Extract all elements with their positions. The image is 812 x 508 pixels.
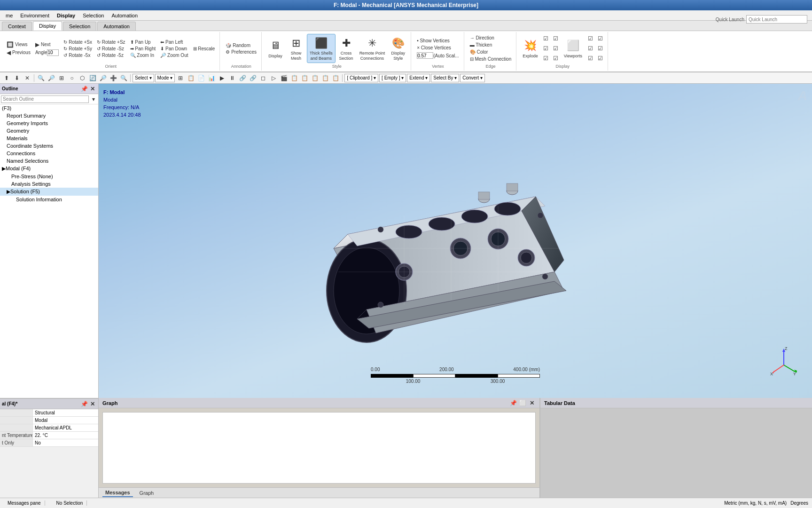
- tab-context[interactable]: Context: [2, 22, 32, 31]
- outline-pin[interactable]: 📌: [80, 85, 88, 93]
- tree-named-selections[interactable]: Named Selections: [0, 157, 98, 165]
- graph-pin[interactable]: 📌: [509, 399, 517, 407]
- clipboard-dropdown[interactable]: [ Clipboard ] ▾: [344, 74, 378, 82]
- menu-item-automation[interactable]: Automation: [108, 12, 141, 19]
- tb-fit[interactable]: ⊞: [57, 73, 66, 83]
- tb-icon5[interactable]: ▶: [217, 73, 226, 83]
- menu-item-me[interactable]: me: [2, 12, 16, 19]
- views-button[interactable]: 🔲Views: [5, 41, 32, 48]
- convert-dropdown[interactable]: Convert ▾: [460, 74, 485, 82]
- pan-left-button[interactable]: ⬅ Pan Left: [158, 39, 190, 45]
- tb-icon6[interactable]: ⏸: [227, 73, 237, 83]
- menu-item-environment[interactable]: Environment: [16, 12, 53, 19]
- select-by-dropdown[interactable]: Select By ▾: [431, 74, 459, 82]
- tree-report-summary[interactable]: Report Summary: [0, 112, 98, 119]
- vp-checkbox5[interactable]: ☑: [586, 54, 595, 63]
- display-button[interactable]: 🖥 Display: [265, 37, 285, 60]
- tree-solution-info[interactable]: Solution Information: [0, 196, 98, 203]
- zoom-in-button[interactable]: 🔍 Zoom In: [128, 52, 158, 58]
- tb-icon13[interactable]: 📋: [300, 73, 309, 83]
- rotate-minus-5z[interactable]: ↺ Rotate -5z: [95, 52, 127, 58]
- quick-launch-input[interactable]: [746, 15, 807, 24]
- props-close[interactable]: ✕: [89, 400, 96, 408]
- mesh-connection-button[interactable]: ⊟ Mesh Connection: [468, 56, 514, 62]
- tb-icon15[interactable]: 📋: [320, 73, 330, 83]
- viewport[interactable]: F: Modal Modal Frequency: N/A 2023.4.14 …: [99, 84, 812, 398]
- checkbox5[interactable]: ☑: [541, 54, 551, 63]
- tb-circle[interactable]: ○: [67, 73, 77, 83]
- checkbox3[interactable]: ☑: [541, 44, 551, 53]
- rotate-plus-sy[interactable]: ↻ Rotate +Sy: [62, 46, 94, 52]
- tb-icon7[interactable]: 🔗: [238, 73, 247, 83]
- menu-item-display[interactable]: Display: [53, 12, 79, 19]
- tab-automation[interactable]: Automation: [97, 22, 136, 31]
- tb-icon11[interactable]: 🎬: [279, 73, 289, 83]
- tb-icon3[interactable]: 📄: [196, 73, 206, 83]
- rotate-minus-5x[interactable]: ↺ Rotate -5x: [62, 52, 94, 58]
- tb-icon9[interactable]: ◻: [258, 73, 268, 83]
- mode-dropdown[interactable]: Mode ▾: [155, 74, 175, 82]
- rotate-minus-sz[interactable]: ↺ Rotate -Sz: [95, 46, 127, 52]
- angle-field[interactable]: Angle: [33, 49, 61, 56]
- vp-checkbox1[interactable]: ☑: [586, 34, 595, 43]
- tree-modal-f4[interactable]: ▶Modal (F4): [0, 165, 98, 173]
- tb-hex[interactable]: ⬡: [78, 73, 87, 83]
- direction-button[interactable]: → Direction: [468, 35, 496, 41]
- vp-checkbox6[interactable]: ☑: [595, 54, 605, 63]
- vp-checkbox3[interactable]: ☑: [586, 44, 595, 53]
- tb-icon4[interactable]: 📊: [207, 73, 216, 83]
- previous-button[interactable]: ◀Previous: [5, 49, 32, 56]
- tree-solution-f5[interactable]: ▶Solution (F5): [0, 188, 98, 196]
- tree-analysis-settings[interactable]: Analysis Settings: [0, 180, 98, 188]
- tb-zoom2[interactable]: 🔎: [98, 73, 108, 83]
- checkbox1[interactable]: ☑: [541, 34, 551, 43]
- tb-search[interactable]: 🔍: [36, 73, 46, 83]
- rotate-plus-sx[interactable]: ↻ Rotate +Sx: [62, 39, 94, 45]
- menu-item-selection[interactable]: Selection: [79, 12, 108, 19]
- outline-search-dropdown[interactable]: ▾: [90, 95, 97, 103]
- tb-close[interactable]: ✕: [23, 73, 32, 83]
- outline-close[interactable]: ✕: [89, 85, 96, 93]
- pan-up-button[interactable]: ⬆ Pan Up: [128, 39, 158, 45]
- tab-graph[interactable]: Graph: [137, 489, 157, 497]
- vp-checkbox4[interactable]: ☑: [595, 44, 605, 53]
- tb-lens[interactable]: 🔍: [119, 73, 128, 83]
- tree-pre-stress[interactable]: Pre-Stress (None): [0, 173, 98, 180]
- color-button[interactable]: 🎨 Color: [468, 49, 490, 55]
- graph-close[interactable]: ✕: [528, 399, 536, 407]
- empty-dropdown[interactable]: [ Empty ] ▾: [379, 74, 406, 82]
- tree-connections[interactable]: Connections: [0, 150, 98, 157]
- pan-right-button[interactable]: ➡ Pan Right: [128, 46, 158, 52]
- tb-icon10[interactable]: ▷: [269, 73, 278, 83]
- rotate-plus-sz[interactable]: ↻ Rotate +Sz: [95, 39, 127, 45]
- tb-down[interactable]: ⬇: [12, 73, 22, 83]
- angle-input[interactable]: [47, 49, 59, 56]
- outline-search-input[interactable]: [1, 95, 89, 103]
- thick-shells-button[interactable]: ⬛ Thick Shellsand Beams: [307, 34, 336, 63]
- show-vertices-button[interactable]: • Show Vertices: [415, 38, 452, 44]
- tb-icon16[interactable]: 📋: [331, 73, 340, 83]
- tree-materials[interactable]: Materials: [0, 135, 98, 142]
- preferences-button[interactable]: ⚙ Preferences: [224, 49, 258, 55]
- vp-checkbox2[interactable]: ☑: [595, 34, 605, 43]
- props-pin[interactable]: 📌: [80, 400, 88, 408]
- close-vertices-button[interactable]: × Close Vertices: [415, 45, 453, 51]
- checkbox2[interactable]: ☑: [551, 34, 561, 43]
- cross-section-button[interactable]: ✚ CrossSection: [336, 34, 356, 63]
- tree-geometry-imports[interactable]: Geometry Imports: [0, 119, 98, 127]
- zoom-out-button[interactable]: 🔎 Zoom Out: [158, 52, 190, 58]
- tb-icon14[interactable]: 📋: [310, 73, 320, 83]
- checkbox4[interactable]: ☑: [551, 44, 561, 53]
- select-dropdown[interactable]: Select ▾: [133, 74, 154, 82]
- tb-refresh[interactable]: 🔄: [88, 73, 97, 83]
- tb-up[interactable]: ⬆: [2, 73, 11, 83]
- checkbox6[interactable]: ☑: [551, 54, 561, 63]
- pan-down-button[interactable]: ⬇ Pan Down: [158, 46, 190, 52]
- viewports-button[interactable]: ⬜ Viewports: [562, 37, 585, 60]
- tree-f3[interactable]: (F3): [0, 104, 98, 112]
- thicken-button[interactable]: ▬ Thicken: [468, 42, 494, 48]
- tab-selection[interactable]: Selection: [63, 22, 96, 31]
- tree-geometry[interactable]: Geometry: [0, 127, 98, 135]
- graph-window[interactable]: ⬜: [519, 399, 526, 407]
- tab-display[interactable]: Display: [33, 21, 62, 31]
